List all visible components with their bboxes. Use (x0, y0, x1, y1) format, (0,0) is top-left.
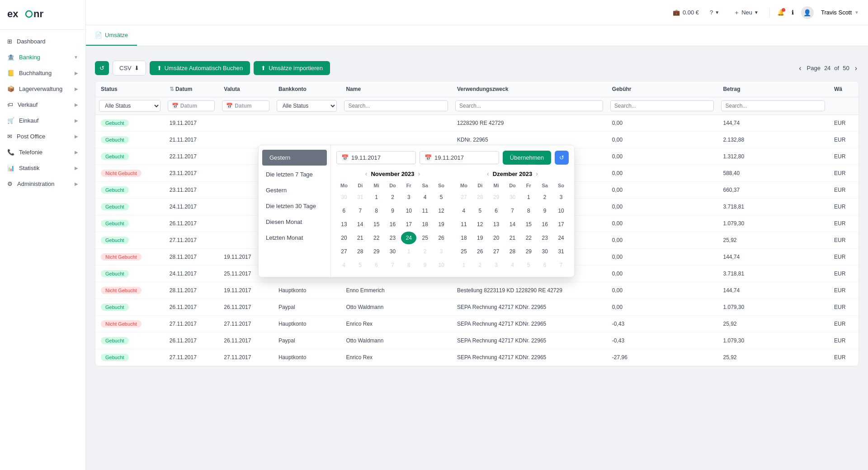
cal-day[interactable]: 14 (353, 218, 368, 231)
filter-status[interactable]: Alle Status (95, 97, 164, 115)
cal-day[interactable]: 21 (505, 232, 520, 244)
cal-day[interactable]: 12 (434, 204, 449, 217)
import-button[interactable]: ⬆ Umsätze importieren (254, 61, 330, 75)
cal-day[interactable]: 29 (521, 245, 536, 258)
cal-day[interactable]: 9 (385, 204, 401, 217)
cal-day[interactable]: 10 (553, 204, 569, 217)
cal-day[interactable]: 6 (336, 204, 352, 217)
cal-day[interactable]: 17 (401, 218, 416, 231)
cal-day[interactable]: 27 (489, 245, 504, 258)
cal-day[interactable]: 3 (553, 191, 569, 204)
cal-day[interactable]: 8 (369, 204, 384, 217)
next-page-button[interactable]: › (853, 62, 859, 74)
help-button[interactable]: ? ▼ (706, 7, 723, 18)
info-button[interactable]: ℹ (792, 9, 794, 16)
table-row[interactable]: Gebucht 27.11.2017 27.11.2017 Hauptkonto… (95, 349, 859, 366)
sidebar-item-telefonie[interactable]: 📞 Telefonie ▶ (0, 144, 85, 160)
user-menu[interactable]: Travis Scott ▼ (821, 9, 859, 16)
cal-day[interactable]: 22 (521, 232, 536, 244)
cal-day[interactable]: 1 (369, 191, 384, 204)
filter-name[interactable] (340, 97, 452, 115)
cal-day[interactable]: 6 (489, 204, 504, 217)
cal-day[interactable]: 17 (553, 218, 569, 231)
cal-day[interactable]: 14 (505, 218, 520, 231)
preset-lastmonth[interactable]: Letzten Monat (259, 230, 330, 246)
cal-day[interactable]: 28 (505, 245, 520, 258)
filter-valuta[interactable]: 📅 Datum (218, 97, 273, 115)
cal-day[interactable]: 23 (385, 232, 401, 244)
cal-day[interactable]: 16 (385, 218, 401, 231)
table-row[interactable]: Nicht Gebucht 28.11.2017 19.11.2017 Haup… (95, 282, 859, 299)
cal-day[interactable]: 24 (553, 232, 569, 244)
table-row[interactable]: Gebucht 26.11.2017 26.11.2017 Paypal Ott… (95, 299, 859, 316)
sidebar-item-einkauf[interactable]: 🛒 Einkauf ▶ (0, 113, 85, 128)
preset-gestern2[interactable]: Gestern (259, 182, 330, 198)
auto-book-button[interactable]: ⬆ Umsätze Automatisch Buchen (150, 61, 250, 75)
cal-day[interactable]: 18 (456, 232, 472, 244)
sidebar-item-lagerverwaltung[interactable]: 📦 Lagerverwaltung ▶ (0, 81, 85, 97)
cal-day[interactable]: 13 (489, 218, 504, 231)
preset-gestern[interactable]: Gestern (262, 150, 327, 166)
new-button[interactable]: ＋ Neu ▼ (730, 7, 762, 19)
cal-day[interactable]: 19 (472, 232, 488, 244)
table-row[interactable]: Nicht Gebucht 27.11.2017 27.11.2017 Haup… (95, 316, 859, 332)
cal-day[interactable]: 23 (537, 232, 552, 244)
start-date-input[interactable]: 📅 19.11.2017 (336, 151, 416, 164)
cal-day[interactable]: 15 (369, 218, 384, 231)
filter-datum[interactable]: 📅 Datum (164, 97, 219, 115)
table-row[interactable]: Gebucht 26.11.2017 26.11.2017 Paypal Ott… (95, 332, 859, 349)
cal-day[interactable]: 4 (417, 191, 433, 204)
filter-bankkonto[interactable]: Alle Status (273, 97, 340, 115)
cal-day[interactable]: 3 (401, 191, 416, 204)
cal-day[interactable]: 5 (434, 191, 449, 204)
cal-day[interactable]: 7 (505, 204, 520, 217)
sidebar-item-verkauf[interactable]: 🏷 Verkauf ▶ (0, 97, 85, 113)
sidebar-item-banking[interactable]: 🏦 Banking ▼ (0, 49, 85, 65)
cal-day[interactable]: 16 (537, 218, 552, 231)
cal-day[interactable]: 12 (472, 218, 488, 231)
apply-button[interactable]: Übernehmen (503, 151, 551, 165)
tab-umsatze[interactable]: 📄 Umsätze (86, 25, 137, 46)
cal-day[interactable]: 20 (336, 232, 352, 244)
status-filter-select[interactable]: Alle Status (99, 100, 160, 112)
preset-thismonth[interactable]: Diesen Monat (259, 214, 330, 230)
end-date-input[interactable]: 📅 19.11.2017 (420, 151, 499, 164)
cal-day[interactable]: 26 (434, 232, 449, 244)
table-row[interactable]: Gebucht 19.11.2017 1228290 RE 42729 0,00… (95, 115, 859, 132)
sidebar-item-statistik[interactable]: 📊 Statistik ▶ (0, 160, 85, 176)
filter-gebuhr[interactable] (607, 97, 718, 115)
prev-page-button[interactable]: ‹ (797, 62, 803, 74)
cal-day[interactable]: 19 (434, 218, 449, 231)
refresh-button[interactable]: ↺ (95, 61, 109, 75)
csv-button[interactable]: CSV ⬇ (113, 61, 146, 76)
sidebar-item-buchhaltung[interactable]: 📒 Buchhaltung ▶ (0, 65, 85, 81)
user-avatar[interactable]: 👤 (801, 6, 814, 19)
gebuhr-filter-input[interactable] (610, 100, 714, 111)
cal-day[interactable]: 24 (401, 232, 416, 244)
cal-day[interactable]: 31 (553, 245, 569, 258)
next-month-dec-button[interactable]: › (536, 170, 538, 177)
cal-day[interactable]: 20 (489, 232, 504, 244)
notification-bell[interactable]: 🔔 (777, 9, 784, 16)
cal-day[interactable]: 2 (385, 191, 401, 204)
cal-day[interactable]: 11 (417, 204, 433, 217)
prev-month-dec-button[interactable]: ‹ (487, 170, 489, 177)
cal-day[interactable]: 26 (472, 245, 488, 258)
cal-day[interactable]: 11 (456, 218, 472, 231)
cal-day[interactable]: 22 (369, 232, 384, 244)
cal-day[interactable]: 28 (353, 245, 368, 258)
next-month-nov-button[interactable]: › (418, 170, 420, 177)
cal-day[interactable]: 25 (456, 245, 472, 258)
cal-day[interactable]: 18 (417, 218, 433, 231)
preset-last7[interactable]: Die letzten 7 Tage (259, 166, 330, 182)
cal-day[interactable]: 30 (537, 245, 552, 258)
cal-day[interactable]: 21 (353, 232, 368, 244)
cal-day[interactable]: 13 (336, 218, 352, 231)
cal-day[interactable]: 25 (417, 232, 433, 244)
preset-last30[interactable]: Die letzten 30 Tage (259, 198, 330, 214)
cal-day[interactable]: 7 (353, 204, 368, 217)
name-filter-input[interactable] (344, 100, 448, 111)
filter-verwendung[interactable] (452, 97, 607, 115)
prev-month-button[interactable]: ‹ (365, 170, 368, 177)
cal-day[interactable]: 8 (521, 204, 536, 217)
